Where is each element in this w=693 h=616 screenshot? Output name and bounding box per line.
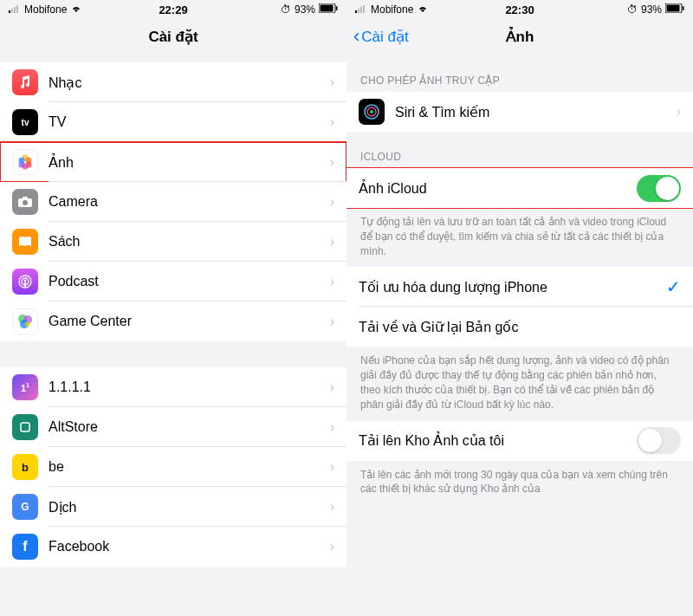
cell-label: 1.1.1.1 [49,379,330,395]
svg-rect-2 [14,7,16,13]
icloud-photos-toggle-row[interactable]: Ảnh iCloud [346,168,693,208]
books-icon [12,229,38,255]
chevron-right-icon: › [330,539,334,554]
svg-point-15 [23,200,28,205]
chevron-right-icon: › [330,419,334,435]
chevron-left-icon: ‹ [353,27,359,46]
svg-rect-5 [321,5,334,12]
settings-item-translate[interactable]: G Dịch › [0,487,346,527]
chevron-right-icon: › [330,459,334,475]
svg-rect-29 [667,5,680,12]
settings-item-be[interactable]: b be › [0,447,346,487]
battery-percent: 93% [295,3,315,16]
chevron-right-icon: › [330,379,334,395]
cell-label: Game Center [49,314,330,329]
settings-item-photos[interactable]: Ảnh › [0,142,346,182]
svg-rect-0 [9,10,10,13]
cell-label: Podcast [49,274,330,289]
svg-rect-27 [363,5,365,13]
settings-item-altstore[interactable]: AltStore › [0,407,346,447]
back-button[interactable]: ‹ Cài đặt [353,27,409,46]
cell-label: Siri & Tìm kiếm [395,104,677,120]
podcast-icon [12,269,38,295]
translate-icon: G [12,494,38,520]
gamecenter-icon [12,308,38,334]
altstore-icon [12,414,38,440]
back-label: Cài đặt [361,28,408,46]
settings-item-tv[interactable]: tv TV › [0,102,346,142]
svg-rect-1 [11,9,13,13]
icloud-footer: Tự động tải lên và lưu trữ an toàn tất c… [346,208,693,267]
tv-icon: tv [12,109,38,135]
cell-label: be [49,459,330,475]
cell-label: Dịch [49,499,330,515]
settings-list-group-2: 11 1.1.1.1 › AltStore › b be › G Dịch › [0,367,346,567]
chevron-right-icon: › [330,314,334,329]
nav-bar: ‹ Cài đặt Ảnh [346,17,693,55]
photo-stream-toggle-row[interactable]: Tải lên Kho Ảnh của tôi [346,421,693,461]
cell-label: Tải lên Kho Ảnh của tôi [359,432,637,449]
signal-icon [9,3,21,16]
battery-icon [665,3,684,16]
chevron-right-icon: › [330,234,334,250]
svg-rect-30 [683,6,684,10]
siri-search-item[interactable]: Siri & Tìm kiếm › [346,92,693,132]
chevron-right-icon: › [330,114,334,130]
svg-rect-6 [336,6,338,10]
cell-label: Ảnh [49,154,330,171]
chevron-right-icon: › [330,499,334,515]
cell-label: Tối ưu hóa dung lượng iPhone [359,279,666,295]
svg-rect-3 [16,5,18,13]
check-icon: ✓ [666,276,681,297]
be-icon: b [12,454,38,480]
photos-settings-screen: Mobifone 22:30 ⏱ 93% ‹ Cài đặt Ảnh CHO P… [346,0,693,616]
cell-label: Tải về và Giữ lại Bản gốc [359,319,681,335]
settings-item-1111[interactable]: 11 1.1.1.1 › [0,367,346,407]
svg-rect-24 [355,10,357,13]
settings-root-screen: Mobifone 22:29 ⏱ 93% Cài đặt Nhạc › tv [0,0,346,616]
svg-rect-25 [358,9,359,13]
alarm-icon: ⏱ [627,3,638,16]
settings-item-podcast[interactable]: Podcast › [0,262,346,302]
page-title: Ảnh [506,28,534,46]
optimize-storage-item[interactable]: Tối ưu hóa dung lượng iPhone ✓ [346,267,693,307]
download-originals-item[interactable]: Tải về và Giữ lại Bản gốc [346,307,693,347]
svg-point-12 [19,158,25,164]
chevron-right-icon: › [330,154,334,170]
photos-icon [12,149,38,175]
svg-rect-14 [23,197,28,199]
svg-rect-23 [21,423,29,431]
settings-item-music[interactable]: Nhạc › [0,62,346,102]
carrier-label: Mobifone [371,3,413,16]
carrier-label: Mobifone [24,3,67,16]
settings-item-books[interactable]: Sách › [0,222,346,262]
page-title: Cài đặt [148,28,198,46]
settings-item-facebook[interactable]: f Facebook › [0,527,346,567]
photo-stream-toggle[interactable] [637,427,681,454]
app-1111-icon: 11 [12,374,38,400]
clock: 22:30 [505,3,534,16]
settings-item-camera[interactable]: Camera › [0,182,346,222]
section-header-icloud: ICLOUD [346,132,693,168]
clock: 22:29 [159,3,187,16]
status-bar: Mobifone 22:29 ⏱ 93% [0,0,346,17]
signal-icon [355,3,367,16]
icloud-photos-toggle[interactable] [637,175,681,202]
cell-label: TV [49,114,330,130]
cell-label: Sách [49,234,330,250]
cell-label: Nhạc [49,75,330,91]
wifi-icon [70,3,82,16]
chevron-right-icon: › [330,274,334,289]
status-bar: Mobifone 22:30 ⏱ 93% [346,0,693,17]
settings-list-group-1: Nhạc › tv TV › Ảnh › Camera › [0,62,346,341]
section-header-allow-access: CHO PHÉP ẢNH TRUY CẬP [346,55,693,92]
svg-point-18 [24,280,27,282]
siri-icon [359,99,385,125]
wifi-icon [417,3,429,16]
settings-item-gamecenter[interactable]: Game Center › [0,302,346,341]
chevron-right-icon: › [330,75,334,90]
camera-icon [12,189,38,215]
alarm-icon: ⏱ [281,3,291,16]
svg-point-22 [25,321,30,327]
chevron-right-icon: › [677,104,681,120]
